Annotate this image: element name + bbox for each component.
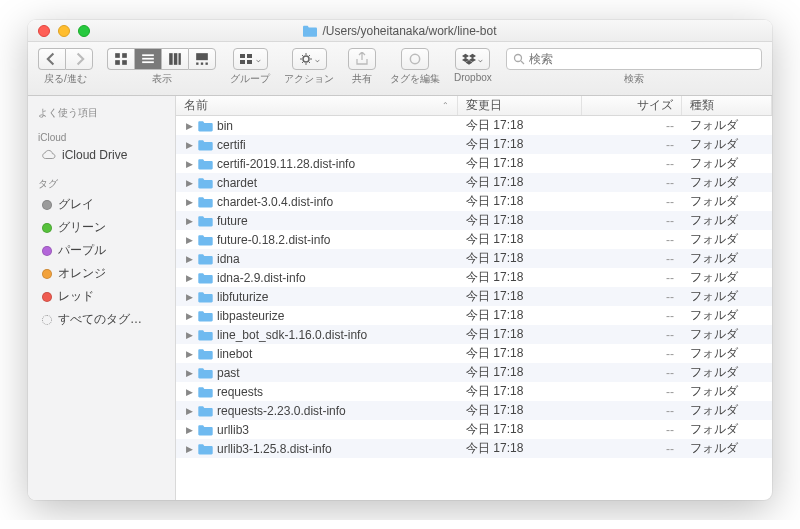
svg-rect-11 — [196, 63, 198, 65]
table-row[interactable]: ▶idna今日 17:18--フォルダ — [176, 249, 772, 268]
table-row[interactable]: ▶line_bot_sdk-1.16.0.dist-info今日 17:18--… — [176, 325, 772, 344]
file-name: chardet — [217, 176, 257, 190]
file-kind: フォルダ — [682, 136, 772, 153]
disclosure-triangle-icon[interactable]: ▶ — [184, 311, 194, 321]
disclosure-triangle-icon[interactable]: ▶ — [184, 216, 194, 226]
sidebar-section-icloud: iCloud — [28, 128, 175, 145]
disclosure-triangle-icon[interactable]: ▶ — [184, 406, 194, 416]
disclosure-triangle-icon[interactable]: ▶ — [184, 254, 194, 264]
table-row[interactable]: ▶future今日 17:18--フォルダ — [176, 211, 772, 230]
disclosure-triangle-icon[interactable]: ▶ — [184, 387, 194, 397]
col-name[interactable]: 名前⌃ — [176, 96, 458, 115]
sidebar-tag-green[interactable]: グリーン — [28, 216, 175, 239]
disclosure-triangle-icon[interactable]: ▶ — [184, 444, 194, 454]
table-row[interactable]: ▶requests-2.23.0.dist-info今日 17:18--フォルダ — [176, 401, 772, 420]
disclosure-triangle-icon[interactable]: ▶ — [184, 197, 194, 207]
sidebar-item-label: パープル — [58, 242, 106, 259]
table-row[interactable]: ▶urllib3今日 17:18--フォルダ — [176, 420, 772, 439]
col-size[interactable]: サイズ — [582, 96, 682, 115]
share-label: 共有 — [352, 72, 372, 86]
file-size: -- — [582, 138, 682, 152]
table-row[interactable]: ▶future-0.18.2.dist-info今日 17:18--フォルダ — [176, 230, 772, 249]
folder-icon — [198, 272, 213, 284]
group-button[interactable]: ⌵ — [233, 48, 268, 70]
table-row[interactable]: ▶libfuturize今日 17:18--フォルダ — [176, 287, 772, 306]
tag-dot-icon — [42, 315, 52, 325]
col-date[interactable]: 変更日 — [458, 96, 582, 115]
sidebar-item-icloud-drive[interactable]: iCloud Drive — [28, 145, 175, 165]
table-row[interactable]: ▶past今日 17:18--フォルダ — [176, 363, 772, 382]
search-box[interactable] — [506, 48, 762, 70]
action-button[interactable]: ⌵ — [292, 48, 327, 70]
sidebar-tag-orange[interactable]: オレンジ — [28, 262, 175, 285]
disclosure-triangle-icon[interactable]: ▶ — [184, 235, 194, 245]
tag-dot-icon — [42, 246, 52, 256]
view-gallery-button[interactable] — [188, 48, 216, 70]
table-row[interactable]: ▶certifi-2019.11.28.dist-info今日 17:18--フ… — [176, 154, 772, 173]
folder-icon — [198, 158, 213, 170]
tags-button[interactable] — [401, 48, 429, 70]
dropbox-button[interactable]: ⌵ — [455, 48, 490, 70]
disclosure-triangle-icon[interactable]: ▶ — [184, 330, 194, 340]
forward-button[interactable] — [65, 48, 93, 70]
tag-dot-icon — [42, 292, 52, 302]
sidebar-tag-purple[interactable]: パープル — [28, 239, 175, 262]
svg-rect-6 — [142, 61, 154, 63]
file-kind: フォルダ — [682, 250, 772, 267]
svg-rect-2 — [115, 60, 120, 65]
view-list-button[interactable] — [134, 48, 161, 70]
table-row[interactable]: ▶certifi今日 17:18--フォルダ — [176, 135, 772, 154]
svg-rect-13 — [206, 63, 208, 65]
file-date: 今日 17:18 — [458, 174, 582, 191]
svg-rect-5 — [142, 58, 154, 60]
folder-icon — [198, 348, 213, 360]
disclosure-triangle-icon[interactable]: ▶ — [184, 273, 194, 283]
file-date: 今日 17:18 — [458, 193, 582, 210]
disclosure-triangle-icon[interactable]: ▶ — [184, 159, 194, 169]
disclosure-triangle-icon[interactable]: ▶ — [184, 425, 194, 435]
dropbox-label: Dropbox — [454, 72, 492, 83]
table-row[interactable]: ▶urllib3-1.25.8.dist-info今日 17:18--フォルダ — [176, 439, 772, 458]
file-kind: フォルダ — [682, 364, 772, 381]
svg-rect-10 — [196, 53, 208, 60]
view-icons-button[interactable] — [107, 48, 134, 70]
col-kind[interactable]: 種類 — [682, 96, 772, 115]
share-button[interactable] — [348, 48, 376, 70]
nav-label: 戻る/進む — [44, 72, 87, 86]
table-row[interactable]: ▶linebot今日 17:18--フォルダ — [176, 344, 772, 363]
disclosure-triangle-icon[interactable]: ▶ — [184, 178, 194, 188]
svg-rect-12 — [201, 63, 203, 65]
disclosure-triangle-icon[interactable]: ▶ — [184, 349, 194, 359]
sidebar-item-label: グレイ — [58, 196, 94, 213]
sidebar-item-label: グリーン — [58, 219, 106, 236]
file-list[interactable]: ▶bin今日 17:18--フォルダ▶certifi今日 17:18--フォルダ… — [176, 116, 772, 500]
file-size: -- — [582, 119, 682, 133]
disclosure-triangle-icon[interactable]: ▶ — [184, 140, 194, 150]
table-row[interactable]: ▶chardet-3.0.4.dist-info今日 17:18--フォルダ — [176, 192, 772, 211]
svg-rect-17 — [247, 60, 252, 64]
table-row[interactable]: ▶idna-2.9.dist-info今日 17:18--フォルダ — [176, 268, 772, 287]
folder-icon — [198, 405, 213, 417]
view-columns-button[interactable] — [161, 48, 188, 70]
back-button[interactable] — [38, 48, 65, 70]
table-row[interactable]: ▶chardet今日 17:18--フォルダ — [176, 173, 772, 192]
file-kind: フォルダ — [682, 288, 772, 305]
table-row[interactable]: ▶libpasteurize今日 17:18--フォルダ — [176, 306, 772, 325]
file-kind: フォルダ — [682, 345, 772, 362]
sidebar-tag-red[interactable]: レッド — [28, 285, 175, 308]
folder-icon — [198, 120, 213, 132]
sidebar-item-label: iCloud Drive — [62, 148, 127, 162]
disclosure-triangle-icon[interactable]: ▶ — [184, 121, 194, 131]
table-row[interactable]: ▶bin今日 17:18--フォルダ — [176, 116, 772, 135]
finder-window: /Users/yoheitanaka/work/line-bot 戻る/進む 表… — [28, 20, 772, 500]
sidebar-tag-all[interactable]: すべてのタグ… — [28, 308, 175, 331]
disclosure-triangle-icon[interactable]: ▶ — [184, 292, 194, 302]
sidebar-section-tags: タグ — [28, 173, 175, 193]
search-input[interactable] — [529, 52, 755, 66]
sidebar-tag-grey[interactable]: グレイ — [28, 193, 175, 216]
folder-icon — [198, 196, 213, 208]
disclosure-triangle-icon[interactable]: ▶ — [184, 368, 194, 378]
table-row[interactable]: ▶requests今日 17:18--フォルダ — [176, 382, 772, 401]
file-name: requests-2.23.0.dist-info — [217, 404, 346, 418]
search-icon — [513, 53, 525, 65]
